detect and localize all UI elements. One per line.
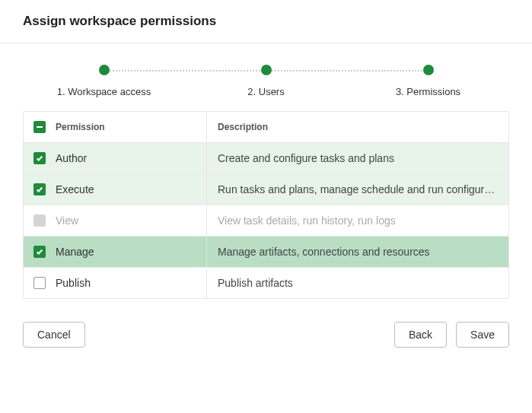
- permission-name: Execute: [56, 174, 206, 205]
- select-all-checkbox[interactable]: [33, 121, 46, 133]
- table-row[interactable]: PublishPublish artifacts: [24, 267, 508, 298]
- permission-name: Publish: [56, 268, 206, 298]
- row-checkbox[interactable]: [33, 152, 46, 164]
- permission-description-cell: Publish artifacts: [206, 268, 508, 298]
- permission-description: View task details, run history, run logs: [218, 214, 498, 227]
- step-circle-icon: [423, 65, 434, 75]
- dialog-title: Assign workspace permissions: [23, 14, 509, 29]
- step-workspace-access[interactable]: 1. Workspace access: [23, 65, 185, 97]
- row-checkbox[interactable]: [33, 277, 46, 289]
- dialog-header: Assign workspace permissions: [0, 0, 532, 43]
- permission-description-cell: Run tasks and plans, manage schedule and…: [206, 174, 508, 205]
- permission-description: Run tasks and plans, manage schedule and…: [218, 183, 498, 195]
- table-row[interactable]: ExecuteRun tasks and plans, manage sched…: [24, 173, 508, 205]
- save-button[interactable]: Save: [456, 322, 509, 348]
- table-row[interactable]: AuthorCreate and configure tasks and pla…: [24, 143, 508, 173]
- check-icon: [36, 154, 43, 162]
- permission-name: Author: [56, 143, 206, 173]
- checkbox-cell: [24, 174, 56, 205]
- table-header-row: Permission Description: [24, 112, 508, 143]
- checkbox-cell: [24, 143, 56, 173]
- step-circle-icon: [261, 65, 272, 75]
- check-icon: [36, 248, 43, 256]
- row-checkbox: [33, 214, 46, 227]
- step-label: 3. Permissions: [396, 86, 460, 97]
- checkbox-cell: [24, 205, 56, 236]
- table-row[interactable]: ManageManage artifacts, connections and …: [24, 236, 508, 267]
- step-label: 1. Workspace access: [57, 86, 151, 97]
- table-body: AuthorCreate and configure tasks and pla…: [24, 143, 508, 298]
- select-all-cell: [24, 112, 56, 142]
- permission-description-cell: View task details, run history, run logs: [206, 205, 508, 236]
- permissions-table: Permission Description AuthorCreate and …: [23, 111, 509, 299]
- dialog-footer: Cancel Back Save: [0, 299, 532, 363]
- permission-name: Manage: [56, 237, 206, 267]
- stepper: 1. Workspace access 2. Users 3. Permissi…: [0, 43, 532, 111]
- table-row: ViewView task details, run history, run …: [24, 205, 508, 236]
- cancel-button[interactable]: Cancel: [23, 322, 85, 348]
- header-permission: Permission: [56, 112, 206, 142]
- step-circle-icon: [99, 65, 110, 75]
- permission-description: Create and configure tasks and plans: [218, 152, 498, 164]
- checkbox-cell: [24, 268, 56, 298]
- row-checkbox[interactable]: [33, 183, 46, 195]
- header-description: Description: [206, 112, 508, 142]
- step-connector: [266, 70, 428, 71]
- check-icon: [36, 186, 43, 193]
- step-label: 2. Users: [247, 86, 284, 97]
- permission-description: Publish artifacts: [218, 277, 498, 289]
- back-button[interactable]: Back: [394, 322, 447, 348]
- step-connector: [104, 70, 266, 71]
- permission-description: Manage artifacts, connections and resour…: [218, 246, 498, 258]
- permission-description-cell: Create and configure tasks and plans: [206, 143, 508, 173]
- row-checkbox[interactable]: [33, 246, 46, 258]
- checkbox-cell: [24, 237, 56, 267]
- permission-name: View: [56, 205, 206, 236]
- permission-description-cell: Manage artifacts, connections and resour…: [206, 237, 508, 267]
